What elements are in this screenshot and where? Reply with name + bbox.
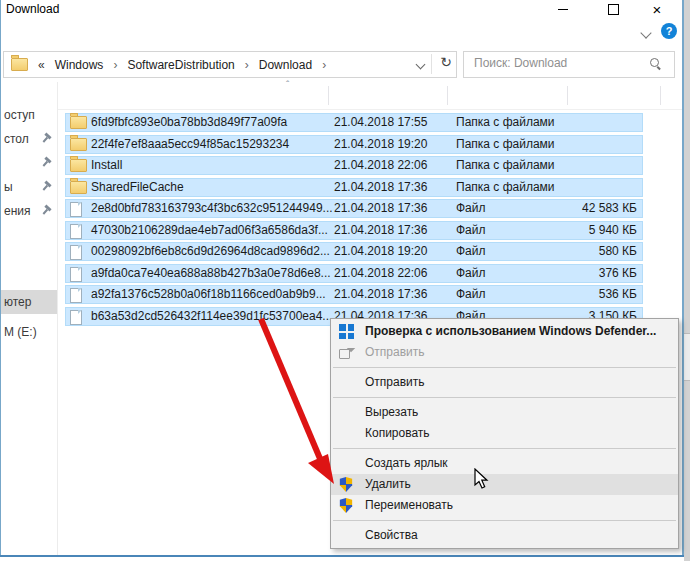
context-menu-item[interactable]	[331, 363, 678, 372]
background-edge-block	[684, 333, 690, 381]
breadcrumb-item[interactable]: Download	[257, 58, 334, 72]
breadcrumb-collapsed-indicator[interactable]: «	[38, 58, 45, 72]
file-type: Папка с файлами	[456, 158, 555, 172]
sidebar-item[interactable]	[1, 151, 57, 175]
sidebar-item[interactable]: ы	[1, 175, 57, 199]
context-menu-item[interactable]	[331, 516, 678, 525]
background-edge-strip	[684, 0, 690, 561]
title-bar[interactable]: Download ×	[1, 0, 682, 18]
sidebar-item[interactable]: оступ	[1, 103, 57, 127]
context-menu-item[interactable]: Удалить	[331, 474, 678, 495]
file-date-modified: 21.04.2018 22:06	[334, 158, 427, 172]
address-bar[interactable]: « WindowsSoftwareDistributionDownload ↻	[3, 51, 457, 78]
refresh-icon[interactable]: ↻	[440, 54, 452, 70]
file-icon	[70, 245, 82, 260]
file-name: 6fd9fbfc893e0ba78bb3d849f77a09fa	[91, 115, 287, 129]
chevron-down-icon[interactable]	[640, 27, 651, 38]
column-separator[interactable]	[660, 86, 661, 105]
search-box[interactable]	[463, 51, 675, 78]
context-menu: Проверка с использованием Windows Defend…	[330, 318, 679, 549]
file-row[interactable]: Install 21.04.2018 22:06 Папка с файлами	[65, 156, 643, 175]
file-size: 580 КБ	[599, 244, 637, 258]
address-dropdown-icon[interactable]	[416, 60, 426, 70]
context-menu-item-label: Отправить	[365, 345, 425, 359]
file-date-modified: 21.04.2018 17:36	[334, 201, 427, 215]
file-row[interactable]: a92fa1376c528b0a06f18b1166ced0ab9b9... 2…	[65, 285, 643, 304]
context-menu-item[interactable]: Отправить	[331, 342, 678, 363]
file-date-modified: 21.04.2018 17:55	[334, 115, 427, 129]
file-type: Файл	[456, 266, 486, 280]
file-size: 5 940 КБ	[589, 223, 637, 237]
file-icon	[70, 310, 82, 325]
file-date-modified: 21.04.2018 19:20	[334, 244, 427, 258]
file-row[interactable]: 6fd9fbfc893e0ba78bb3d849f77a09fa 21.04.2…	[65, 113, 643, 132]
address-divider	[431, 54, 432, 74]
sidebar-item-label: М (Е:)	[4, 325, 37, 339]
context-menu-item-label: Вырезать	[365, 405, 418, 419]
file-name: a92fa1376c528b0a06f18b1166ced0ab9b9...	[91, 287, 326, 301]
file-icon	[70, 224, 82, 239]
context-menu-item-label: Свойства	[365, 528, 418, 542]
sidebar-item[interactable]: ения	[1, 199, 57, 223]
sidebar-item[interactable]: стол	[1, 127, 57, 151]
breadcrumb-item[interactable]: SoftwareDistribution	[125, 58, 256, 72]
help-button[interactable]: ?	[661, 23, 677, 39]
file-type: Файл	[456, 223, 486, 237]
pin-icon	[39, 180, 53, 194]
context-menu-item[interactable]	[331, 444, 678, 453]
column-separator[interactable]	[567, 86, 568, 105]
context-menu-item-label: Отправить	[365, 375, 425, 389]
file-name: b63a53d2cd526432f114ee39d1fc53700ea4...	[91, 309, 332, 323]
file-icon	[70, 202, 82, 217]
context-menu-item[interactable]: Проверка с использованием Windows Defend…	[331, 321, 678, 342]
file-row[interactable]: 22f4fe7ef8aaa5ecc94f85ac15293234 21.04.2…	[65, 135, 643, 154]
file-name: 2e8d0bfd783163793c4f3bc632c951244949...	[91, 201, 333, 215]
context-menu-item[interactable]: Отправить	[331, 372, 678, 393]
maximize-button[interactable]	[597, 0, 629, 18]
file-type: Файл	[456, 244, 486, 258]
file-icon	[70, 267, 82, 282]
sidebar-item[interactable]: М (Е:)	[1, 320, 57, 344]
minimize-button[interactable]	[547, 0, 579, 18]
uac-shield-icon	[339, 477, 353, 492]
context-menu-item[interactable]: Создать ярлык	[331, 453, 678, 474]
folder-icon	[70, 181, 87, 194]
share-icon	[339, 345, 354, 360]
sidebar-item-label: ютер	[4, 295, 31, 309]
column-separator[interactable]	[447, 86, 448, 105]
file-date-modified: 21.04.2018 17:36	[334, 287, 427, 301]
file-size: 376 КБ	[599, 266, 637, 280]
file-row[interactable]: a9fda0ca7e40ea688a88b427b3a0e78d6e8... 2…	[65, 264, 643, 283]
file-row[interactable]: 47030b2106289dae4eb7ad06f3a6586da3f... 2…	[65, 221, 643, 240]
folder-icon	[70, 138, 87, 151]
context-menu-item-label: Создать ярлык	[365, 456, 448, 470]
breadcrumb-item[interactable]: Windows	[53, 58, 126, 72]
context-menu-item[interactable]: Копировать	[331, 423, 678, 444]
context-menu-item[interactable]: Переименовать	[331, 495, 678, 516]
context-menu-item[interactable]: Свойства	[331, 525, 678, 546]
breadcrumb-label: Windows	[53, 58, 106, 72]
sidebar-item[interactable]: ютер	[1, 290, 57, 314]
context-menu-item[interactable]: Вырезать	[331, 402, 678, 423]
folder-icon	[11, 58, 28, 71]
file-rows: 6fd9fbfc893e0ba78bb3d849f77a09fa 21.04.2…	[58, 113, 682, 328]
file-row[interactable]: 2e8d0bfd783163793c4f3bc632c951244949... …	[65, 199, 643, 218]
file-type: Папка с файлами	[456, 180, 555, 194]
breadcrumb-label: Download	[257, 58, 314, 72]
file-date-modified: 21.04.2018 19:20	[334, 137, 427, 151]
context-menu-item[interactable]	[331, 393, 678, 402]
file-type: Папка с файлами	[456, 115, 555, 129]
file-name: a9fda0ca7e40ea688a88b427b3a0e78d6e8...	[91, 266, 331, 280]
search-input[interactable]	[472, 55, 636, 71]
pin-icon	[39, 132, 53, 146]
file-row[interactable]: SharedFileCache 21.04.2018 17:36 Папка с…	[65, 178, 643, 197]
window-border-bottom	[0, 555, 684, 557]
window-border-left	[0, 0, 1, 557]
sidebar-item-label: ения	[4, 204, 31, 218]
column-separator[interactable]	[328, 86, 329, 105]
file-row[interactable]: 00298092bf6eb8c6d9d26964d8cad9896d2... 2…	[65, 242, 643, 261]
file-type: Файл	[456, 287, 486, 301]
file-name: 47030b2106289dae4eb7ad06f3a6586da3f...	[91, 223, 328, 237]
close-button[interactable]: ×	[641, 0, 673, 18]
search-icon	[650, 58, 662, 70]
